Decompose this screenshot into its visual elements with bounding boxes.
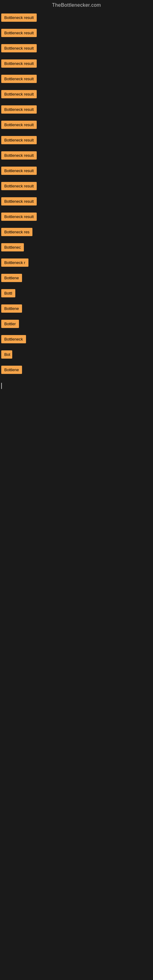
list-item[interactable]: Bottleneck result [0, 179, 153, 193]
site-title: TheBottlenecker.com [0, 0, 153, 10]
bottleneck-badge: Bottleneck result [1, 75, 37, 83]
bottleneck-badge: Bot [1, 350, 12, 359]
list-item[interactable]: Bottlene [0, 363, 153, 377]
list-item[interactable]: Bottleneck result [0, 26, 153, 40]
bottleneck-badge: Bottleneck result [1, 167, 37, 175]
list-item[interactable]: Bottleneck result [0, 133, 153, 147]
list-item[interactable]: Bot [0, 347, 153, 361]
bottleneck-badge: Bottlene [1, 366, 22, 374]
bottleneck-badge: Bottleneck result [1, 90, 37, 98]
list-item[interactable]: Bottlene [0, 271, 153, 285]
bottleneck-badge: Bottleneck r [1, 258, 29, 267]
bottleneck-badge: Bottleneck result [1, 213, 37, 221]
list-item[interactable]: Bottleneck result [0, 72, 153, 86]
list-item[interactable]: Bottleneck result [0, 210, 153, 224]
bottleneck-badge: Bottleneck result [1, 182, 37, 190]
bottleneck-badge: Bottleneck result [1, 121, 37, 129]
bottleneck-badge: Bottler [1, 320, 19, 328]
list-item[interactable]: Bottleneck result [0, 164, 153, 178]
list-item[interactable]: Bottlene [0, 301, 153, 315]
list-item[interactable]: Bottl [0, 286, 153, 300]
bottleneck-badge: Bottl [1, 289, 15, 298]
bottleneck-list: Bottleneck resultBottleneck resultBottle… [0, 10, 153, 377]
bottleneck-badge: Bottlene [1, 304, 22, 313]
bottleneck-badge: Bottlene [1, 274, 22, 282]
bottleneck-badge: Bottlenec [1, 243, 24, 251]
bottleneck-badge: Bottleneck [1, 335, 26, 343]
list-item[interactable]: Bottleneck result [0, 102, 153, 116]
list-item[interactable]: Bottleneck result [0, 118, 153, 132]
bottleneck-badge: Bottleneck result [1, 105, 37, 114]
list-item[interactable]: Bottleneck r [0, 255, 153, 269]
text-cursor [1, 383, 2, 389]
list-item[interactable]: Bottleneck result [0, 41, 153, 55]
bottleneck-badge: Bottleneck result [1, 197, 37, 205]
list-item[interactable]: Bottleneck result [0, 148, 153, 162]
bottleneck-badge: Bottleneck result [1, 59, 37, 68]
bottleneck-badge: Bottleneck result [1, 44, 37, 52]
bottleneck-badge: Bottleneck result [1, 13, 37, 22]
list-item[interactable]: Bottler [0, 317, 153, 331]
list-item[interactable]: Bottleneck result [0, 56, 153, 70]
list-item[interactable]: Bottleneck result [0, 10, 153, 24]
list-item[interactable]: Bottleneck res [0, 225, 153, 239]
bottleneck-badge: Bottleneck res [1, 228, 32, 236]
list-item[interactable]: Bottleneck [0, 332, 153, 346]
list-item[interactable]: Bottleneck result [0, 194, 153, 208]
list-item[interactable]: Bottlenec [0, 240, 153, 254]
bottleneck-badge: Bottleneck result [1, 136, 37, 144]
list-item[interactable]: Bottleneck result [0, 87, 153, 101]
bottleneck-badge: Bottleneck result [1, 151, 37, 159]
bottleneck-badge: Bottleneck result [1, 29, 37, 37]
